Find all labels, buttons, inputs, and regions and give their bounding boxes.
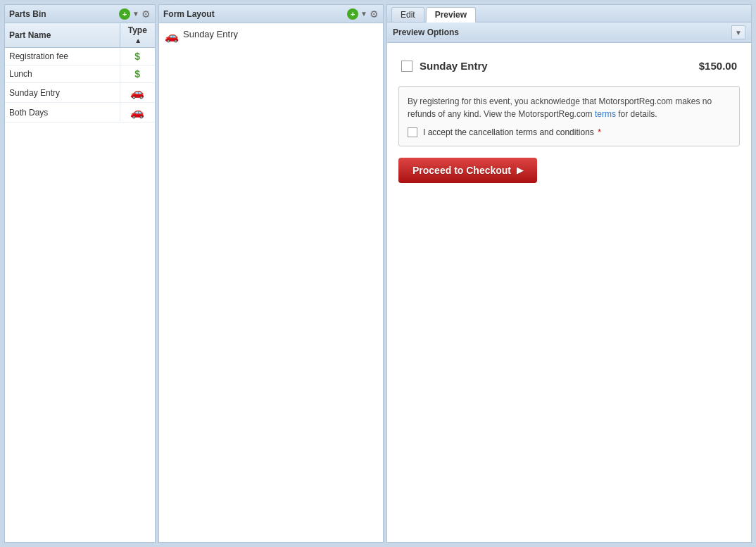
part-type-cell: 🚗 (120, 83, 155, 103)
entry-price: $150.00 (699, 60, 737, 72)
form-layout-add-button[interactable]: + (347, 8, 358, 20)
col-type[interactable]: Type ▲ (120, 23, 155, 48)
dollar-icon: $ (134, 68, 140, 80)
form-layout-add-dropdown[interactable]: ▼ (360, 10, 367, 18)
entry-row: Sunday Entry $150.00 (398, 54, 740, 77)
form-layout-header: Form Layout + ▼ ⚙ (159, 5, 383, 23)
preview-options-toggle[interactable]: ▼ (731, 25, 745, 39)
preview-tabs: Edit Preview (387, 5, 751, 23)
form-layout-panel: Form Layout + ▼ ⚙ 🚗 Sunday Entry (158, 4, 384, 543)
entry-name: Sunday Entry (420, 60, 699, 72)
tab-preview[interactable]: Preview (426, 7, 476, 23)
terms-text: By registering for this event, you ackno… (408, 95, 731, 120)
form-layout-title: Form Layout (163, 9, 215, 19)
table-row[interactable]: Both Days 🚗 (5, 103, 155, 122)
part-name-cell: Both Days (5, 103, 120, 122)
preview-panel: Edit Preview Preview Options ▼ Sunday En… (386, 4, 752, 543)
checkout-button[interactable]: Proceed to Checkout ▶ (398, 158, 537, 183)
terms-accept-label: I accept the cancellation terms and cond… (423, 127, 601, 137)
parts-bin-add-button[interactable]: + (119, 8, 130, 20)
part-name-cell: Sunday Entry (5, 83, 120, 103)
terms-accept-row: I accept the cancellation terms and cond… (408, 127, 731, 137)
preview-options-bar: Preview Options ▼ (387, 23, 751, 43)
form-layout-settings-icon[interactable]: ⚙ (370, 8, 379, 20)
table-row[interactable]: Lunch $ (5, 65, 155, 83)
checkout-arrow-icon: ▶ (517, 165, 523, 175)
dollar-icon: $ (134, 51, 140, 62)
form-item-label: Sunday Entry (183, 29, 238, 39)
part-type-cell: $ (120, 48, 155, 65)
parts-bin-add-dropdown[interactable]: ▼ (132, 10, 139, 18)
form-item-car-icon: 🚗 (165, 30, 179, 43)
preview-content: Sunday Entry $150.00 By registering for … (387, 43, 751, 542)
parts-bin-settings-icon[interactable]: ⚙ (141, 8, 151, 20)
sort-arrow: ▲ (134, 37, 141, 44)
car-icon: 🚗 (130, 106, 144, 118)
part-type-cell: 🚗 (120, 103, 155, 122)
required-star: * (598, 127, 601, 137)
terms-box: By registering for this event, you ackno… (398, 86, 740, 146)
col-part-name[interactable]: Part Name (5, 23, 120, 48)
tab-edit[interactable]: Edit (391, 7, 424, 22)
terms-accept-checkbox[interactable] (408, 127, 417, 137)
main-container: Parts Bin + ▼ ⚙ Part Name Type ▲ (0, 0, 756, 547)
parts-bin-header: Parts Bin + ▼ ⚙ (5, 5, 155, 23)
parts-table: Part Name Type ▲ Registration fee $ Lun (5, 23, 155, 122)
entry-checkbox[interactable] (401, 61, 412, 72)
part-type-cell: $ (120, 65, 155, 83)
form-layout-content: 🚗 Sunday Entry (159, 23, 383, 49)
parts-bin-title: Parts Bin (9, 9, 46, 19)
parts-bin-panel: Parts Bin + ▼ ⚙ Part Name Type ▲ (4, 4, 156, 543)
checkout-button-label: Proceed to Checkout (412, 165, 511, 176)
table-row[interactable]: Sunday Entry 🚗 (5, 83, 155, 103)
table-row[interactable]: Registration fee $ (5, 48, 155, 65)
preview-options-label: Preview Options (393, 27, 459, 37)
form-layout-actions: + ▼ ⚙ (347, 8, 379, 20)
parts-bin-actions: + ▼ ⚙ (119, 8, 151, 20)
part-name-cell: Registration fee (5, 48, 120, 65)
terms-link[interactable]: terms (595, 109, 618, 119)
part-name-cell: Lunch (5, 65, 120, 83)
car-icon: 🚗 (130, 87, 144, 99)
